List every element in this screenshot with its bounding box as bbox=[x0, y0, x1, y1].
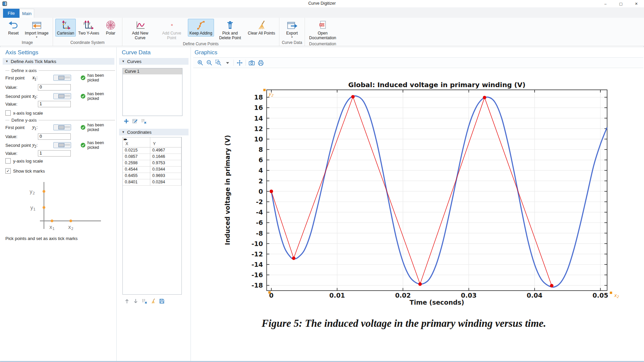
move-down-icon[interactable] bbox=[133, 298, 139, 304]
svg-text:8: 8 bbox=[259, 146, 263, 153]
table-row[interactable]: 0.45440.0344 bbox=[123, 167, 181, 173]
window-title: Curve Digitizer bbox=[0, 1, 644, 6]
add-icon[interactable] bbox=[123, 118, 129, 124]
two-y-axes-button[interactable]: yyxTwo Y-Axes bbox=[76, 19, 101, 37]
section-coordinates[interactable]: ▼ Coordinates bbox=[119, 129, 189, 135]
log-scale-label: y-axis log scale bbox=[13, 159, 43, 164]
move-up-icon[interactable] bbox=[124, 298, 130, 304]
add-new-curve-button[interactable]: Add New Curve bbox=[125, 19, 156, 41]
value-label: Value: bbox=[5, 102, 38, 107]
tick-value-input[interactable] bbox=[38, 133, 71, 140]
trash-icon bbox=[225, 20, 235, 30]
tick-value-input[interactable] bbox=[38, 150, 71, 157]
column-header-y[interactable]: Y bbox=[150, 137, 181, 147]
ribbon-group-curve-data: Export▾Curve Data bbox=[279, 18, 305, 46]
svg-text:-4: -4 bbox=[256, 208, 263, 216]
pick-and-delete-point-button[interactable]: Pick and Delete Point bbox=[215, 19, 246, 41]
log-scale-checkbox[interactable] bbox=[5, 110, 11, 116]
table-cell: 0.1646 bbox=[150, 154, 181, 160]
tick-value-input[interactable] bbox=[38, 84, 71, 90]
reset-button[interactable]: Reset bbox=[4, 19, 22, 37]
table-row[interactable]: 0.64550.9693 bbox=[123, 173, 181, 179]
broom-small-icon[interactable] bbox=[150, 298, 156, 304]
svg-text:0.04: 0.04 bbox=[527, 292, 542, 299]
pick-point-toggle[interactable] bbox=[53, 142, 71, 148]
expand-columns-icon[interactable]: ▶▶ bbox=[124, 138, 126, 141]
close-button[interactable]: ✕ bbox=[629, 0, 644, 7]
table-cell: 0.2598 bbox=[123, 160, 150, 166]
pdf-icon: PDF bbox=[317, 20, 328, 30]
table-row[interactable]: 0.25980.9753 bbox=[123, 160, 181, 167]
svg-text:-12: -12 bbox=[252, 250, 263, 258]
svg-text:18: 18 bbox=[254, 94, 263, 101]
import-image-button[interactable]: Import Image▾ bbox=[23, 19, 50, 40]
section-curves[interactable]: ▼ Curves bbox=[119, 58, 189, 65]
ribbon-button-label: Polar bbox=[106, 31, 115, 36]
zoom-out-icon[interactable] bbox=[206, 60, 213, 66]
column-header-x[interactable]: ▶▶X bbox=[123, 137, 150, 147]
polar-button[interactable]: Polar bbox=[102, 19, 120, 37]
edit-table-icon[interactable] bbox=[132, 118, 138, 124]
table-row[interactable]: 0.02150.4967 bbox=[123, 147, 181, 154]
keep-adding-icon bbox=[196, 20, 206, 30]
toolbar-separator bbox=[246, 60, 246, 66]
svg-text:6: 6 bbox=[259, 156, 263, 164]
log-scale-row: x-axis log scale bbox=[5, 109, 115, 117]
minimize-button[interactable]: – bbox=[598, 0, 613, 7]
graphics-canvas[interactable]: 181614121086420-2-4-6-8-10-12-14-16-1800… bbox=[193, 81, 644, 361]
keep-adding-button[interactable]: Keep Adding bbox=[188, 19, 214, 37]
check-circle-icon bbox=[80, 94, 86, 99]
print-icon[interactable] bbox=[258, 60, 264, 66]
log-scale-checkbox[interactable] bbox=[5, 158, 11, 164]
svg-text:12: 12 bbox=[254, 125, 263, 132]
tick-value-input[interactable] bbox=[38, 101, 71, 107]
zoom-in-icon[interactable] bbox=[197, 60, 204, 66]
svg-text:-6: -6 bbox=[256, 219, 263, 226]
point-symbol: x1: bbox=[32, 75, 46, 81]
pick-point-toggle[interactable] bbox=[53, 124, 71, 130]
point-symbol: x2: bbox=[32, 93, 46, 100]
delete-rows-icon[interactable] bbox=[141, 118, 147, 124]
cartesian-button[interactable]: yxCartesian bbox=[55, 19, 76, 37]
curve-list-item[interactable]: Curve 1 bbox=[123, 68, 182, 74]
snapshot-icon[interactable] bbox=[249, 60, 255, 66]
svg-text:x2: x2 bbox=[614, 293, 619, 299]
show-tick-marks-checkbox[interactable]: ✓ bbox=[5, 168, 11, 174]
table-cell: 0.0215 bbox=[123, 147, 150, 154]
dropdown-caret-icon: ▾ bbox=[291, 36, 293, 39]
zoom-box-icon[interactable] bbox=[215, 60, 222, 66]
save-icon[interactable] bbox=[159, 298, 165, 304]
section-define-axis-tick-marks[interactable]: ▼ Define Axis Tick Marks bbox=[3, 58, 114, 65]
pick-point-toggle[interactable] bbox=[53, 93, 71, 99]
svg-text:Induced voltage in primary (V): Induced voltage in primary (V) bbox=[224, 135, 231, 245]
ribbon-group-define-curve-points: Add New CurveAdd Curve PointKeep AddingP… bbox=[122, 18, 279, 46]
svg-text:-16: -16 bbox=[252, 271, 263, 279]
table-cell: 0.6455 bbox=[123, 173, 150, 179]
delete-rows-icon[interactable] bbox=[142, 298, 147, 304]
ribbon-group-label: Define Curve Points bbox=[183, 41, 219, 47]
clear-all-points-button[interactable]: Clear All Points bbox=[246, 19, 277, 37]
curves-listbox[interactable]: Curve 1 bbox=[122, 68, 182, 116]
zoom-extents-icon[interactable] bbox=[236, 60, 243, 66]
open-documentation-button[interactable]: PDFOpen Documentation bbox=[307, 19, 338, 41]
export-button[interactable]: Export▾ bbox=[283, 19, 301, 40]
pick-point-toggle[interactable] bbox=[53, 75, 71, 81]
pick-point-row: Second pointy2:has been picked bbox=[5, 141, 115, 149]
table-row[interactable]: 0.84010.0284 bbox=[123, 179, 181, 186]
ribbon-button-label: Export bbox=[286, 31, 298, 36]
maximize-button[interactable]: ▢ bbox=[613, 0, 629, 7]
ribbon-tabrow: File Main bbox=[0, 7, 644, 18]
titlebar: Curve Digitizer – ▢ ✕ bbox=[0, 0, 644, 7]
ribbon-button-label: Clear All Points bbox=[248, 31, 275, 36]
tab-file[interactable]: File bbox=[3, 9, 19, 18]
log-scale-label: x-axis log scale bbox=[13, 111, 43, 116]
coordinates-table[interactable]: ▶▶XY0.02150.49670.08570.16460.25980.9753… bbox=[122, 137, 182, 295]
dropdown-caret-icon[interactable] bbox=[224, 60, 231, 66]
ribbon-group-label: Image bbox=[22, 40, 33, 46]
table-cell: 0.9753 bbox=[150, 160, 181, 166]
ribbon-button-label: Import Image bbox=[25, 31, 49, 36]
app-window: Curve Digitizer – ▢ ✕ File Main ResetImp… bbox=[0, 0, 644, 362]
tab-main[interactable]: Main bbox=[19, 9, 34, 18]
collapse-caret-icon: ▼ bbox=[122, 130, 125, 134]
table-row[interactable]: 0.08570.1646 bbox=[123, 154, 181, 160]
